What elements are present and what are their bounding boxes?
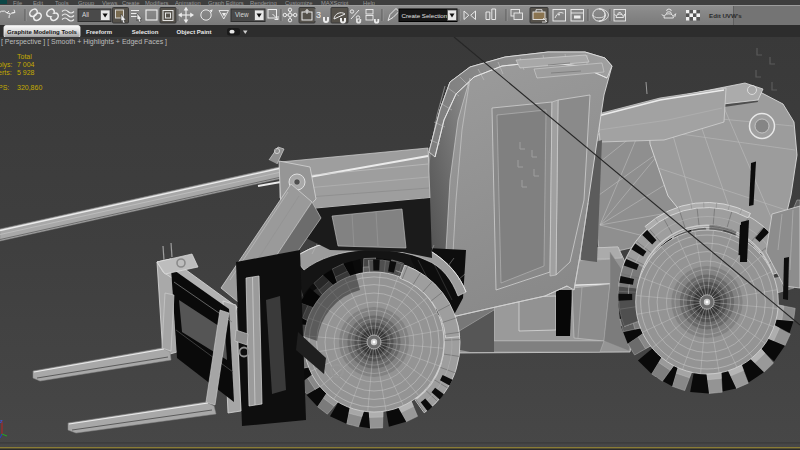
svg-text:Edit UVW's: Edit UVW's [709, 12, 742, 19]
svg-text:Selection: Selection [132, 28, 159, 34]
svg-text:3: 3 [316, 10, 321, 20]
svg-text:z: z [0, 418, 3, 424]
svg-text:erts:: erts: [0, 69, 12, 76]
svg-text:Freeform: Freeform [86, 28, 112, 34]
svg-text:PS:: PS: [0, 84, 9, 91]
svg-text:All: All [82, 11, 89, 18]
svg-text:Graphite Modeling Tools: Graphite Modeling Tools [7, 28, 78, 34]
svg-text:View: View [235, 11, 249, 18]
svg-text:olys:: olys: [0, 61, 12, 69]
svg-text:Object Paint: Object Paint [176, 28, 211, 34]
svg-text:320,860: 320,860 [17, 84, 42, 91]
svg-text:7 004: 7 004 [17, 61, 35, 68]
svg-text:5 928: 5 928 [17, 69, 35, 76]
svg-text:] [ Perspective ] [ Smooth + H: ] [ Perspective ] [ Smooth + Highlights … [0, 38, 167, 46]
svg-text:Total: Total [17, 53, 32, 60]
